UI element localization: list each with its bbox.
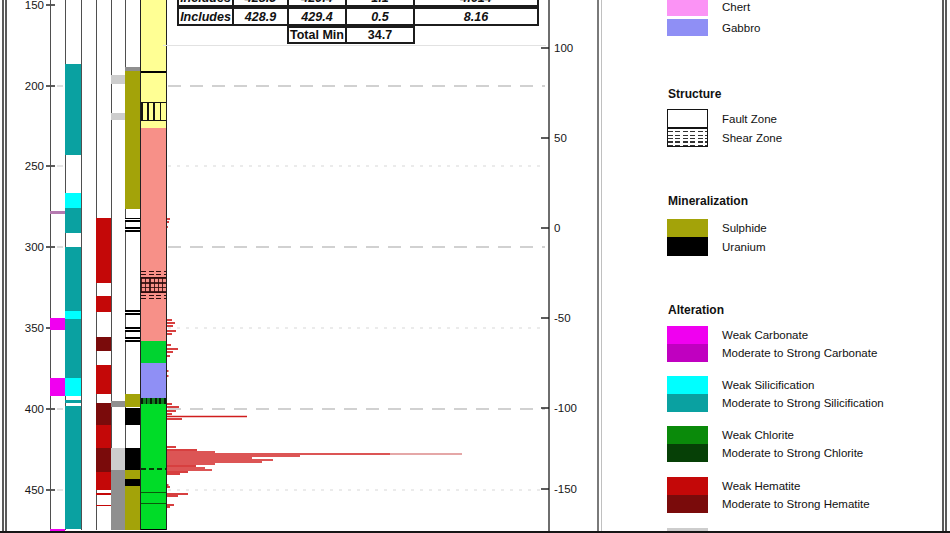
mineralization-track-segment (125, 486, 140, 530)
mineralization-track-segment (125, 479, 140, 486)
legend-swatch-weak (667, 426, 708, 444)
structure-track-segment (111, 470, 125, 530)
hematite-alteration-segment (96, 218, 111, 283)
lithology-track-segment (141, 404, 167, 530)
legend-item-label: Gabbro (722, 21, 760, 35)
elevation-axis-label: -150 (554, 482, 594, 496)
hematite-alteration-segment (96, 365, 111, 394)
silicification-alteration-segment (65, 378, 81, 396)
table-cell: 4.614 (413, 0, 539, 7)
lithology-track-segment (141, 71, 167, 73)
hematite-alteration-segment (96, 403, 111, 425)
silicification-alteration-segment (65, 247, 81, 311)
legend-swatch (667, 0, 708, 16)
table-cell: Includes (177, 0, 234, 7)
depth-axis-label: 400 (0, 402, 44, 416)
lithology-track-segment (141, 529, 167, 531)
lithology-border-right (166, 0, 167, 530)
legend-item-label: Moderate to Strong Hematite (722, 497, 870, 511)
table-cell: Includes (177, 7, 234, 26)
lithology-track-segment (141, 277, 167, 293)
page-border-right-inner (942, 0, 944, 533)
legend-divider-light (601, 0, 602, 533)
depth-axis-label: 300 (0, 240, 44, 254)
legend-swatch (667, 237, 708, 256)
legend-swatch (667, 19, 708, 36)
table-cell: 429.4 (287, 0, 347, 7)
legend-panel: ChertGabbroStructureFault ZoneShear Zone… (600, 0, 942, 533)
legend-swatch-strong (667, 444, 708, 462)
elevation-axis-label: 100 (554, 41, 594, 55)
silicification-alteration-segment (65, 311, 81, 319)
legend-swatch-weak (667, 477, 708, 495)
legend-item-label: Uranium (722, 240, 765, 254)
legend-item-label: Weak Silicification (722, 378, 814, 392)
lithology-track-segment (141, 341, 167, 363)
lithology-track-segment (141, 468, 167, 470)
mineralization-track-segment (125, 310, 140, 315)
mineralization-track-segment (125, 337, 140, 342)
carbonate-alteration-segment (50, 378, 65, 396)
depth-axis-label: 150 (0, 0, 44, 12)
hematite-alteration-segment (96, 472, 111, 490)
hematite-alteration-segment (96, 296, 111, 312)
elevation-axis-label: -100 (554, 401, 594, 415)
hematite-alteration-segment (96, 505, 111, 507)
legend-item-label: Weak Hematite (722, 479, 800, 493)
depth-axis-label: 450 (0, 483, 44, 497)
hematite-alteration-segment (96, 425, 111, 448)
mineralization-track-segment (125, 408, 140, 425)
legend-swatch-strong (667, 344, 708, 362)
lithology-track-segment (141, 492, 167, 493)
mineralization-track-segment (125, 227, 140, 232)
legend-item-label: Moderate to Strong Chlorite (722, 446, 863, 460)
track-border (81, 0, 82, 530)
legend-swatch (667, 219, 708, 237)
lithology-track-segment (141, 269, 167, 275)
table-faint-rule (163, 45, 546, 46)
silicification-alteration-segment (65, 406, 81, 529)
structure-track-segment (111, 75, 125, 84)
legend-item-label: Shear Zone (722, 131, 782, 145)
table-total-label-cell: Total Min (287, 26, 347, 44)
carbonate-alteration-segment (50, 529, 65, 532)
mineralization-track-segment (125, 448, 140, 470)
depth-axis-label: 200 (0, 79, 44, 93)
legend-item-label: Moderate to Strong Silicification (722, 396, 884, 410)
lithology-track-segment (141, 128, 167, 341)
lithology-track-segment (141, 102, 167, 121)
mineralization-track-segment (125, 218, 140, 223)
table-total-value-cell: 34.7 (345, 26, 415, 44)
table-cell: 0.5 (345, 7, 415, 26)
structure-track-segment (111, 401, 125, 407)
hematite-alteration-segment (96, 448, 111, 472)
table-cell: 8.16 (413, 7, 539, 26)
table-cell: 1.1 (345, 0, 415, 7)
legend-item-label: Weak Carbonate (722, 328, 808, 342)
lithology-track-segment (141, 363, 167, 398)
mineralization-track-segment (125, 470, 140, 479)
table-cell: 429.4 (287, 7, 347, 26)
table-cell: 428.9 (232, 7, 289, 26)
legend-section-header: Structure (668, 87, 721, 101)
legend-section-header: Alteration (668, 303, 724, 317)
intercept-table: Includes428.5429.41.14.614Includes428.94… (0, 0, 597, 60)
track-border (50, 0, 51, 530)
carbonate-alteration-segment (50, 211, 65, 214)
silicification-alteration-segment (65, 193, 81, 208)
legend-item-label: Weak Chlorite (722, 428, 794, 442)
striplog-page: ChertGabbroStructureFault ZoneShear Zone… (0, 0, 950, 533)
legend-swatch-strong (667, 495, 708, 513)
hematite-alteration-segment (96, 337, 111, 351)
legend-item-label: Chert (722, 0, 750, 14)
legend-divider (597, 0, 599, 533)
legend-swatch-fault (667, 109, 708, 128)
legend-item-label: Moderate to Strong Carbonate (722, 346, 877, 360)
mineralization-track-segment (125, 394, 140, 407)
mineralization-track-segment (125, 327, 140, 332)
lithology-track-segment (141, 293, 167, 299)
structure-track-segment (111, 448, 125, 470)
table-cell: 428.5 (232, 0, 289, 7)
elevation-axis-label: -50 (554, 311, 594, 325)
striplog-panel (0, 0, 597, 533)
